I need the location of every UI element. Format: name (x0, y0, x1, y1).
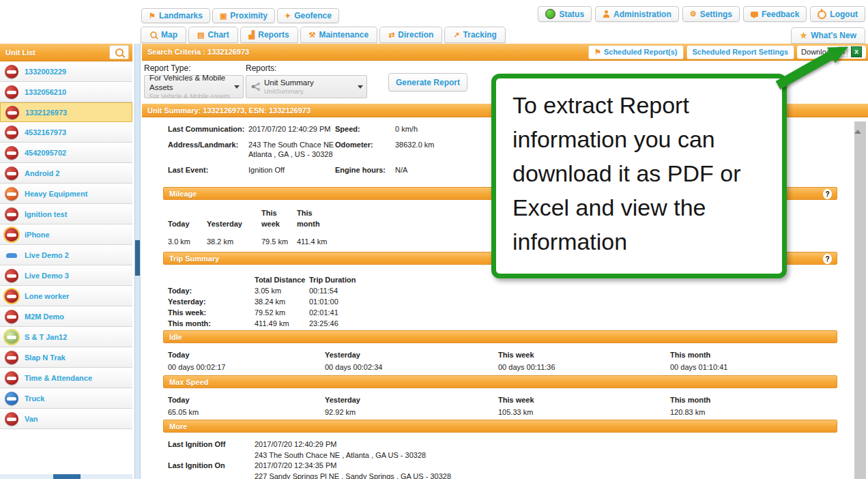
cell-value: 3.05 km (255, 285, 309, 296)
unit-list-item[interactable]: 1332003229 (0, 61, 132, 82)
annotation-arrow (764, 34, 867, 96)
trip-summary-help-button[interactable]: ? (823, 254, 832, 264)
cell-value: 00 days 01:10:41 (670, 362, 838, 373)
feedback-bubble-icon (751, 12, 758, 17)
cell-value: 00 days 00:02:17 (168, 362, 325, 373)
trip-summary-table: Total DistanceTrip Duration Today: 3.05 … (142, 274, 838, 329)
address-line1: 243 The South Chace NE (248, 141, 334, 149)
field-label: Last Communication: (168, 124, 248, 134)
field-label: Speed: (335, 124, 395, 134)
unit-icon (5, 126, 18, 139)
top-right-toolbar: Status Administration ⚙Settings Feedback… (538, 6, 865, 22)
column-header: This week (498, 394, 670, 405)
tab-map[interactable]: Map (141, 27, 186, 43)
row-label: Last Ignition Off (168, 439, 255, 450)
cell-value: 411.49 km (255, 318, 309, 329)
unit-list-item[interactable]: iPhone (0, 224, 132, 245)
unit-list-item[interactable]: 4532167973 (0, 122, 132, 143)
scrollbar-thumb[interactable] (53, 474, 81, 479)
proximity-icon: ▣ (220, 12, 227, 20)
unit-name: Live Demo 3 (25, 272, 69, 280)
tab-map-label: Map (161, 30, 177, 40)
cell-value: 00 days 00:02:34 (325, 362, 498, 373)
cell-value: 120.83 km (670, 407, 838, 418)
scheduled-reports-button[interactable]: ⚑Scheduled Report(s) (588, 45, 683, 59)
column-header: This week (498, 349, 670, 360)
cell-value: 01:01:00 (309, 296, 838, 307)
row-label: This month: (168, 318, 255, 329)
unit-list-item[interactable]: 4542095702 (0, 143, 132, 163)
unit-list-item[interactable]: Heavy Equipment (0, 184, 132, 204)
unit-list-item[interactable]: Live Demo 3 (0, 265, 132, 286)
report-type-dropdown[interactable]: For Vehicles & Mobile Assets For Vehicle… (144, 75, 244, 98)
logout-button[interactable]: Logout (810, 6, 865, 22)
status-button[interactable]: Status (538, 6, 592, 22)
column-header: This month (670, 394, 838, 405)
unit-icon (5, 289, 18, 303)
report-type-subtitle: For Vehicle & Mobile Assets (149, 92, 243, 100)
unit-list-item[interactable]: Ignition test (0, 204, 132, 224)
column-header: This week (261, 207, 297, 229)
unit-list-item[interactable]: Lone worker (0, 286, 132, 306)
tab-chart[interactable]: ▤Chart (188, 27, 238, 43)
administration-label: Administration (613, 10, 671, 19)
cell-value: 79.5 km (261, 236, 297, 247)
unit-list-item[interactable]: S & T Jan12 (0, 327, 132, 347)
unit-list-item[interactable]: Van (0, 409, 132, 429)
cell-value: 38.24 km (255, 296, 309, 307)
cell-value: 79.52 km (255, 307, 309, 318)
unit-list-item[interactable]: Slap N Trak (0, 347, 132, 368)
unit-list-item[interactable]: Time & Attendance (0, 368, 132, 388)
column-header: Today (168, 218, 207, 229)
unit-name: S & T Jan12 (25, 333, 67, 341)
settings-button[interactable]: ⚙Settings (682, 6, 740, 22)
tab-maintenance-label: Maintenance (319, 30, 368, 40)
geofence-button[interactable]: ✦Geofence (277, 8, 339, 23)
tab-tracking[interactable]: ↗Tracking (444, 27, 506, 43)
unit-name: Time & Attendance (25, 374, 92, 382)
cell-value: 92.92 km (325, 407, 498, 418)
unit-list-item[interactable]: Live Demo 2 (0, 245, 132, 265)
search-criteria-title: Search Criteria : 1332126973 (147, 48, 249, 56)
unit-name: Live Demo 2 (25, 251, 69, 259)
unit-list-item[interactable]: Truck (0, 388, 132, 409)
unit-list-horizontal-scrollbar[interactable] (0, 474, 132, 479)
unit-name: 4532167973 (25, 128, 66, 136)
unit-list-item-selected[interactable]: 1332126973 (0, 102, 132, 122)
scrollbar-thumb[interactable] (135, 240, 140, 276)
reports-label: Reports: (246, 63, 276, 73)
unit-list-item[interactable]: Android 2 (0, 163, 132, 184)
flag-icon: ⚑ (594, 48, 601, 56)
generate-report-button[interactable]: Generate Report (388, 73, 467, 91)
logout-label: Logout (830, 10, 858, 19)
content-vertical-scrollbar[interactable] (854, 121, 866, 479)
unit-icon (5, 106, 19, 119)
tab-direction[interactable]: ⇄Direction (379, 27, 442, 43)
unit-icon (5, 65, 18, 78)
unit-search-button[interactable] (109, 45, 129, 59)
reports-dropdown[interactable]: Unit Summary UnitSummary. (246, 75, 367, 98)
administration-button[interactable]: Administration (595, 6, 679, 22)
landmarks-button[interactable]: ⚑Landmarks (141, 8, 210, 23)
tab-reports[interactable]: ▟Reports (240, 27, 298, 43)
unit-icon (5, 412, 18, 426)
address-line2: Atlanta , GA , US - 30328 (248, 150, 333, 158)
idle-table: Today Yesterday This week This month 00 … (142, 349, 838, 373)
tab-chart-label: Chart (207, 30, 229, 40)
unit-list-title: Unit List (5, 48, 35, 57)
unit-name: iPhone (25, 231, 50, 239)
column-header: Yesterday (207, 218, 261, 229)
unit-list-item[interactable]: 1332056210 (0, 82, 132, 102)
mileage-help-button[interactable]: ? (823, 189, 832, 199)
feedback-button[interactable]: Feedback (743, 6, 807, 22)
unit-icon (5, 392, 18, 405)
unit-icon (5, 85, 18, 99)
cell-value: 23:25:46 (309, 318, 838, 329)
unit-list-item[interactable]: M2M Demo (0, 306, 132, 327)
search-icon (115, 48, 124, 57)
unit-name: Lone worker (25, 292, 69, 300)
proximity-button[interactable]: ▣Proximity (212, 8, 275, 23)
unit-list-vertical-scrollbar[interactable] (134, 44, 141, 479)
cell-value: 227 Sandy Springs Pl NE , Sandy Springs … (255, 471, 838, 479)
tab-maintenance[interactable]: ⚒Maintenance (300, 27, 378, 43)
